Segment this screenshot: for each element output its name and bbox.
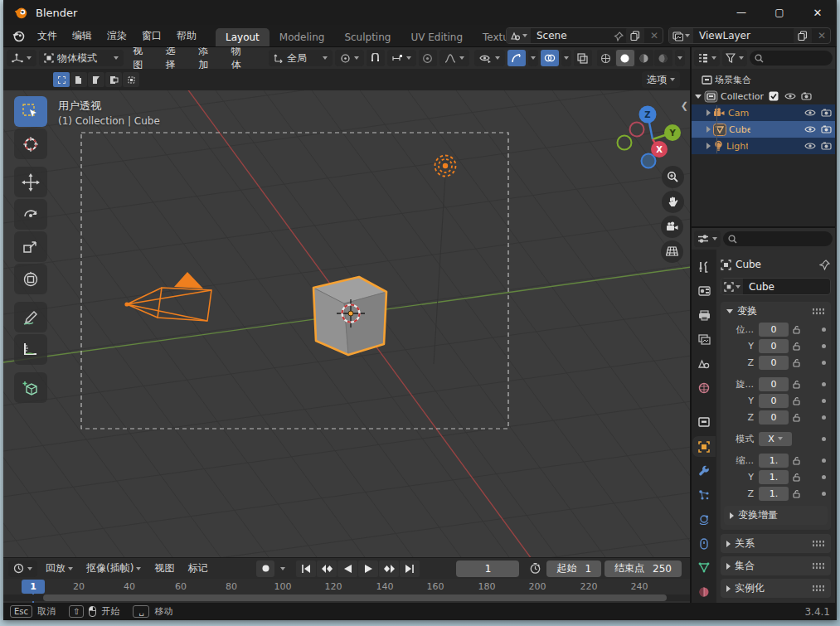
animate-dot[interactable] [822,492,826,496]
menu-select[interactable]: 选择 [159,44,189,72]
menu-edit[interactable]: 编辑 [65,25,100,46]
scene-icon[interactable] [507,28,531,43]
menu-object[interactable]: 物体 [225,44,255,72]
hide-eye-icon[interactable] [784,92,796,100]
object-datablock-icon[interactable] [721,279,743,294]
lock-icon[interactable] [789,456,804,465]
tab-constraints[interactable] [692,533,716,554]
gizmo-toggle[interactable] [507,50,526,66]
transform-panel-header[interactable]: 变换 [721,302,831,321]
expand-icon[interactable] [706,109,711,116]
select-subtract-button[interactable] [88,72,104,87]
menu-view[interactable]: 视图 [126,44,156,72]
animate-dot[interactable] [822,382,826,386]
collapse-icon[interactable] [695,95,702,99]
select-intersect-button[interactable] [123,72,139,87]
blender-menu-icon[interactable] [12,29,25,42]
jump-to-start-button[interactable] [296,560,316,577]
select-extend-button[interactable] [70,72,87,87]
overlays-toggle[interactable] [541,50,559,66]
timeline-menu-keying[interactable]: 抠像(插帧) [81,561,146,575]
sidebar-collapse-arrow[interactable]: ❮ [681,100,688,111]
timeline-ruler[interactable]: 20 40 60 80 100 120 140 160 180 200 220 … [3,579,690,603]
tool-rotate[interactable] [14,199,47,230]
proportional-editing-toggle[interactable] [419,50,437,66]
tab-uv-editing[interactable]: UV Editing [401,28,473,46]
proportional-falloff-dropdown[interactable] [439,50,469,66]
gizmo-axis-neg-z[interactable] [642,154,656,168]
current-frame-field[interactable]: 1 [456,560,519,577]
view-layer-selector[interactable]: ViewLayer ✕ [668,27,831,44]
checkbox-icon[interactable] [769,91,779,101]
tab-output[interactable] [692,305,716,326]
timeline-scrollbar[interactable] [3,594,690,601]
pan-button[interactable] [662,191,684,213]
tab-tool[interactable] [692,256,716,277]
auto-keying-record-button[interactable] [256,560,274,577]
lock-icon[interactable] [789,413,804,422]
shading-material-button[interactable] [635,50,653,66]
tab-layout[interactable]: Layout [216,28,269,46]
scale-y-field[interactable]: 1. [759,470,789,484]
camera-object[interactable] [124,272,211,321]
drag-handle-icon[interactable] [812,562,825,570]
editor-type-3d-viewport-icon[interactable] [7,50,36,66]
section-delta-transform[interactable]: 变换增量 [724,506,828,525]
next-keyframe-button[interactable] [379,560,399,577]
tool-annotate[interactable] [14,302,47,332]
tab-render[interactable] [692,280,716,301]
ortho-toggle-button[interactable] [661,240,683,263]
tool-add-cube[interactable] [14,372,47,403]
zoom-button[interactable] [662,166,684,188]
close-button[interactable]: ✕ [799,0,837,25]
hide-eye-icon[interactable] [804,109,816,117]
tab-modeling[interactable]: Modeling [269,28,335,46]
menu-render[interactable]: 渲染 [100,25,134,46]
pin-icon[interactable] [819,259,831,270]
tool-transform[interactable] [14,264,47,294]
editor-type-properties-icon[interactable] [694,231,721,247]
mode-dropdown[interactable]: 物体模式 [39,50,124,66]
lock-icon[interactable] [789,489,804,498]
menu-add[interactable]: 添加 [192,44,221,72]
outliner-search-input[interactable] [750,51,833,66]
gizmo-axis-neg-y[interactable] [618,136,632,150]
rotation-z-field[interactable]: 0 [759,410,789,425]
lock-icon[interactable] [789,380,804,389]
location-z-field[interactable]: 0 [759,356,789,370]
view-layer-name[interactable]: ViewLayer [693,30,792,41]
animate-dot[interactable] [822,475,826,479]
timeline-scrollbar-thumb[interactable] [43,594,667,601]
tab-sculpting[interactable]: Sculpting [334,28,401,46]
drag-handle-icon[interactable] [812,585,825,592]
frame-end-field[interactable]: 结束点250 [605,560,682,577]
transform-orientation-dropdown[interactable]: 全局 [269,50,333,66]
outliner-row-camera[interactable]: Camera [692,104,835,121]
tab-object-data[interactable] [692,557,716,578]
new-view-layer-button[interactable] [794,27,812,44]
menu-help[interactable]: 帮助 [169,25,204,46]
tool-select-box[interactable] [14,96,47,127]
play-reverse-button[interactable] [337,560,357,577]
use-preview-range-icon[interactable] [529,562,541,575]
xray-toggle[interactable] [574,50,592,66]
timeline-menu-view[interactable]: 视图 [149,561,179,575]
light-object[interactable] [434,156,456,365]
expand-icon[interactable] [706,126,711,133]
animate-dot[interactable] [822,399,826,403]
section-collections[interactable]: 集合 [721,556,831,575]
rotation-x-field[interactable]: 0 [759,377,789,391]
tool-scale[interactable] [14,231,47,262]
snap-settings-dropdown[interactable] [387,50,416,66]
rotation-y-field[interactable]: 0 [759,394,789,408]
new-scene-button[interactable] [626,27,644,44]
playhead[interactable]: 1 [22,580,45,594]
tool-cursor[interactable] [14,129,47,159]
disable-render-camera-icon[interactable] [801,92,812,100]
hide-eye-icon[interactable] [804,125,816,133]
show-object-types-dropdown[interactable] [474,50,505,66]
editor-type-outliner-icon[interactable] [694,50,720,66]
lock-icon[interactable] [789,473,804,482]
menu-window[interactable]: 窗口 [134,25,169,46]
tab-scene[interactable] [692,353,716,374]
